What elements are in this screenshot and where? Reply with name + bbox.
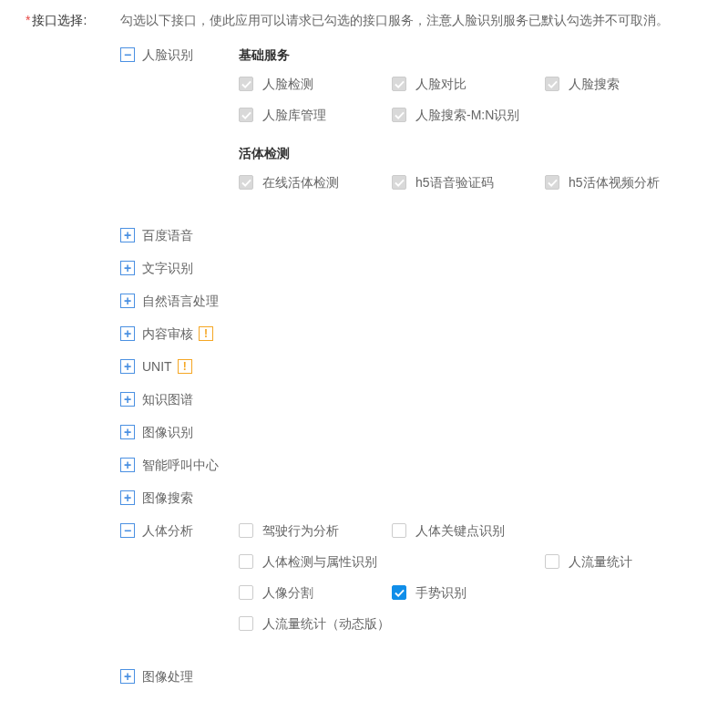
checkbox[interactable] bbox=[239, 554, 253, 569]
category-name: UNIT bbox=[142, 357, 172, 376]
required-asterisk: * bbox=[26, 13, 30, 27]
expand-icon[interactable]: + bbox=[120, 359, 135, 374]
option-item: 驾驶行为分析 bbox=[239, 521, 392, 540]
description-text: 勾选以下接口，使此应用可以请求已勾选的接口服务，注意人脸识别服务已默认勾选并不可… bbox=[120, 9, 702, 31]
option-item: h5语音验证码 bbox=[392, 173, 545, 191]
category-8: +智能呼叫中心 bbox=[120, 456, 702, 474]
expand-icon[interactable]: + bbox=[120, 294, 135, 308]
checkbox bbox=[545, 77, 559, 91]
option-label: h5活体视频分析 bbox=[569, 173, 660, 191]
category-name: 百度语音 bbox=[142, 226, 193, 244]
category-name: 图像搜索 bbox=[142, 489, 193, 507]
option-item: 手势识别 bbox=[392, 583, 545, 602]
checkbox bbox=[239, 108, 253, 122]
checkbox bbox=[545, 175, 559, 190]
option-label: 人脸对比 bbox=[415, 75, 467, 93]
option-item: 人脸库管理 bbox=[239, 106, 392, 124]
category-header: +图像处理 bbox=[120, 667, 239, 686]
category-name: 人脸识别 bbox=[142, 46, 193, 64]
category-name: 人体分析 bbox=[142, 521, 193, 540]
option-item: 人流量统计（动态版） bbox=[239, 614, 545, 633]
checkbox[interactable] bbox=[392, 585, 406, 600]
group-title: 活体检测 bbox=[239, 144, 702, 162]
option-label: 人流量统计 bbox=[569, 552, 632, 571]
category-name: 文字识别 bbox=[142, 259, 193, 277]
checkbox[interactable] bbox=[392, 523, 406, 538]
category-header: +智能呼叫中心 bbox=[120, 456, 239, 474]
checkbox bbox=[239, 77, 253, 91]
field-content: 勾选以下接口，使此应用可以请求已勾选的接口服务，注意人脸识别服务已默认勾选并不可… bbox=[120, 9, 702, 701]
category-5: +UNIT! bbox=[120, 357, 702, 376]
category-11: +图像处理 bbox=[120, 667, 702, 686]
category-header: +百度语音 bbox=[120, 226, 239, 244]
checkbox bbox=[392, 175, 406, 190]
checkbox[interactable] bbox=[545, 554, 559, 569]
checkbox[interactable] bbox=[239, 585, 253, 600]
option-item: 人脸检测 bbox=[239, 75, 392, 93]
category-list: −人脸识别基础服务人脸检测人脸对比人脸搜索人脸库管理人脸搜索-M:N识别活体检测… bbox=[120, 46, 702, 701]
option-label: 手势识别 bbox=[415, 583, 467, 602]
option-label: 人脸搜索 bbox=[569, 75, 620, 93]
option-grid: 在线活体检测h5语音验证码h5活体视频分析 bbox=[239, 173, 702, 204]
collapse-icon[interactable]: − bbox=[120, 47, 135, 62]
category-3: +自然语言处理 bbox=[120, 292, 702, 310]
group-title: 基础服务 bbox=[239, 46, 702, 64]
category-body: 驾驶行为分析人体关键点识别人体检测与属性识别人流量统计人像分割手势识别人流量统计… bbox=[239, 521, 702, 653]
label-text: 接口选择: bbox=[32, 13, 87, 27]
option-label: 在线活体检测 bbox=[262, 173, 339, 191]
option-item: 人脸对比 bbox=[392, 75, 545, 93]
category-9: +图像搜索 bbox=[120, 489, 702, 507]
category-name: 自然语言处理 bbox=[142, 292, 219, 310]
checkbox bbox=[392, 77, 406, 91]
category-header: +UNIT! bbox=[120, 357, 239, 376]
expand-icon[interactable]: + bbox=[120, 490, 135, 505]
option-label: 人脸库管理 bbox=[262, 106, 326, 124]
category-body: 基础服务人脸检测人脸对比人脸搜索人脸库管理人脸搜索-M:N识别活体检测在线活体检… bbox=[239, 46, 702, 211]
collapse-icon[interactable]: − bbox=[120, 523, 135, 538]
option-label: 人流量统计（动态版） bbox=[262, 614, 390, 633]
category-name: 内容审核 bbox=[142, 325, 193, 343]
category-10: −人体分析驾驶行为分析人体关键点识别人体检测与属性识别人流量统计人像分割手势识别… bbox=[120, 521, 702, 653]
category-header: +自然语言处理 bbox=[120, 292, 239, 310]
category-4: +内容审核! bbox=[120, 325, 702, 343]
category-2: +文字识别 bbox=[120, 259, 702, 277]
category-header: −人脸识别 bbox=[120, 46, 239, 64]
option-item: 人像分割 bbox=[239, 583, 392, 602]
expand-icon[interactable]: + bbox=[120, 392, 135, 407]
checkbox bbox=[392, 108, 406, 122]
expand-icon[interactable]: + bbox=[120, 261, 135, 275]
option-label: 驾驶行为分析 bbox=[262, 521, 339, 540]
category-header: +知识图谱 bbox=[120, 390, 239, 408]
category-1: +百度语音 bbox=[120, 226, 702, 244]
option-item: 人脸搜索 bbox=[545, 75, 698, 93]
category-0: −人脸识别基础服务人脸检测人脸对比人脸搜索人脸库管理人脸搜索-M:N识别活体检测… bbox=[120, 46, 702, 211]
api-selection-row: *接口选择: 勾选以下接口，使此应用可以请求已勾选的接口服务，注意人脸识别服务已… bbox=[26, 9, 702, 701]
expand-icon[interactable]: + bbox=[120, 228, 135, 242]
expand-icon[interactable]: + bbox=[120, 326, 135, 341]
option-grid: 驾驶行为分析人体关键点识别人体检测与属性识别人流量统计人像分割手势识别人流量统计… bbox=[239, 521, 702, 645]
option-label: 人像分割 bbox=[262, 583, 313, 602]
option-item: h5活体视频分析 bbox=[545, 173, 698, 191]
category-header: −人体分析 bbox=[120, 521, 239, 540]
option-grid: 人脸检测人脸对比人脸搜索人脸库管理人脸搜索-M:N识别 bbox=[239, 75, 702, 137]
option-label: 人体检测与属性识别 bbox=[262, 552, 377, 571]
option-item: 在线活体检测 bbox=[239, 173, 392, 191]
option-item: 人体关键点识别 bbox=[392, 521, 545, 540]
category-name: 图像处理 bbox=[142, 667, 193, 686]
option-label: 人脸搜索-M:N识别 bbox=[415, 106, 519, 124]
checkbox[interactable] bbox=[239, 523, 253, 538]
category-name: 智能呼叫中心 bbox=[142, 456, 219, 474]
category-name: 图像识别 bbox=[142, 423, 193, 441]
expand-icon[interactable]: + bbox=[120, 425, 135, 439]
checkbox bbox=[239, 175, 253, 190]
category-6: +知识图谱 bbox=[120, 390, 702, 408]
option-label: 人脸检测 bbox=[262, 75, 313, 93]
expand-icon[interactable]: + bbox=[120, 458, 135, 472]
category-header: +文字识别 bbox=[120, 259, 239, 277]
warning-icon: ! bbox=[199, 326, 213, 341]
warning-icon: ! bbox=[178, 359, 192, 374]
expand-icon[interactable]: + bbox=[120, 669, 135, 684]
category-name: 知识图谱 bbox=[142, 390, 193, 408]
checkbox[interactable] bbox=[239, 616, 253, 631]
option-item: 人流量统计 bbox=[545, 552, 698, 571]
